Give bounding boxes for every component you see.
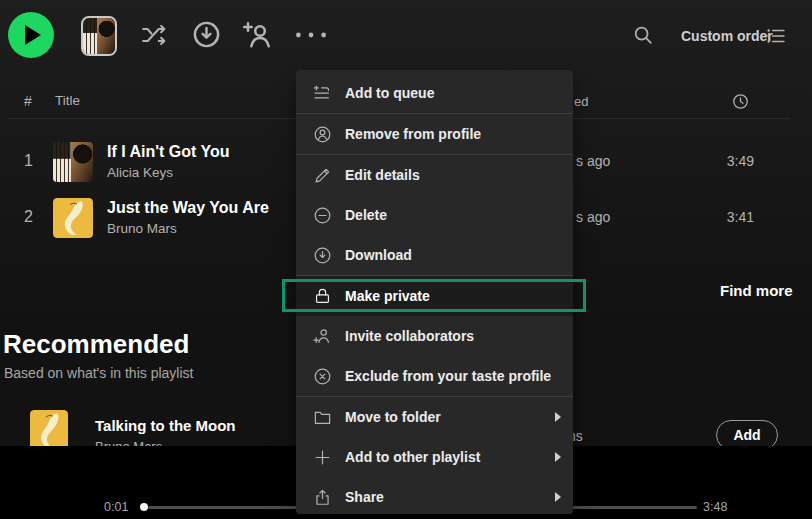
menu-item-add-to-other-playlist[interactable]: Add to other playlist (296, 437, 573, 477)
date-added-fragment: s ago (576, 209, 610, 225)
menu-item-label: Make private (345, 288, 561, 304)
track-artist[interactable]: Alicia Keys (107, 165, 173, 180)
shuffle-icon (139, 22, 169, 48)
menu-item-make-private[interactable]: Make private (296, 276, 573, 316)
submenu-caret-icon (555, 492, 561, 502)
add-to-queue-icon (313, 84, 332, 103)
menu-item-label: Invite collaborators (345, 328, 561, 344)
menu-item-label: Move to folder (345, 409, 547, 425)
menu-item-label: Add to other playlist (345, 449, 547, 465)
menu-item-label: Edit details (345, 167, 561, 183)
share-icon (313, 488, 332, 507)
invite-collaborators-icon (313, 327, 332, 346)
shuffle-button[interactable] (139, 22, 169, 48)
column-header-number: # (24, 93, 32, 109)
download-button[interactable] (191, 19, 222, 50)
total-time: 3:48 (703, 500, 727, 514)
recommended-heading: Recommended (3, 329, 189, 360)
sort-order-button[interactable]: Custom order (675, 27, 779, 45)
menu-item-download[interactable]: Download (296, 235, 573, 275)
playlist-context-menu: Add to queue Remove from profile Edit de… (296, 70, 573, 514)
menu-item-remove-from-profile[interactable]: Remove from profile (296, 114, 573, 154)
menu-item-share[interactable]: Share (296, 477, 573, 514)
play-button[interactable] (8, 12, 54, 58)
more-options-icon (294, 28, 328, 42)
now-playing-thumbnail[interactable] (81, 16, 117, 56)
menu-item-invite-collaborators[interactable]: Invite collaborators (296, 316, 573, 356)
spotify-playlist-page: Custom order # Title ed 1 If I Ain't Got… (0, 0, 812, 519)
track-title[interactable]: If I Ain't Got You (107, 143, 230, 161)
list-view-icon (765, 25, 787, 47)
menu-item-delete[interactable]: Delete (296, 195, 573, 235)
menu-item-exclude-taste-profile[interactable]: Exclude from your taste profile (296, 356, 573, 396)
date-added-fragment: s ago (576, 153, 610, 169)
track-artist[interactable]: Bruno Mars (107, 221, 177, 236)
download-icon (313, 246, 332, 265)
menu-item-label: Download (345, 247, 561, 263)
track-duration: 3:41 (712, 209, 754, 225)
delete-icon (313, 206, 332, 225)
menu-item-move-to-folder[interactable]: Move to folder (296, 397, 573, 437)
bruno-mars-album-art (53, 198, 93, 238)
track-number: 2 (24, 208, 33, 226)
exclude-icon (313, 367, 332, 386)
track-duration: 3:49 (712, 153, 754, 169)
menu-item-label: Exclude from your taste profile (345, 368, 561, 384)
folder-icon (313, 408, 332, 427)
column-header-title: Title (55, 93, 80, 108)
plus-icon (313, 448, 332, 467)
menu-item-add-to-queue[interactable]: Add to queue (296, 73, 573, 113)
track-number: 1 (24, 152, 33, 170)
album-art (53, 198, 93, 238)
menu-item-label: Remove from profile (345, 126, 561, 142)
recommended-subheading: Based on what's in this playlist (4, 365, 193, 381)
menu-item-label: Add to queue (345, 85, 561, 101)
remove-from-profile-icon (313, 125, 332, 144)
more-options-button[interactable] (294, 28, 328, 42)
find-more-link[interactable]: Find more (714, 281, 799, 300)
menu-item-label: Delete (345, 207, 561, 223)
menu-item-edit-details[interactable]: Edit details (296, 155, 573, 195)
album-art-thumbnail (83, 18, 115, 54)
track-title[interactable]: Just the Way You Are (107, 199, 269, 217)
play-icon (25, 25, 41, 45)
submenu-caret-icon (555, 412, 561, 422)
add-user-icon (242, 19, 274, 51)
submenu-caret-icon (555, 452, 561, 462)
track-title[interactable]: Talking to the Moon (95, 417, 236, 434)
elapsed-time: 0:01 (104, 500, 128, 514)
album-art (53, 142, 93, 182)
menu-item-label: Share (345, 489, 547, 505)
add-user-button[interactable] (242, 19, 274, 51)
download-icon (191, 19, 222, 50)
column-header-date-added-fragment: ed (574, 94, 588, 109)
lock-icon (313, 287, 332, 306)
duration-clock-icon (731, 92, 750, 111)
progress-handle[interactable] (140, 503, 148, 511)
list-view-button[interactable] (765, 25, 787, 47)
edit-details-icon (313, 166, 332, 185)
search-icon (632, 24, 654, 46)
search-button[interactable] (632, 24, 654, 46)
